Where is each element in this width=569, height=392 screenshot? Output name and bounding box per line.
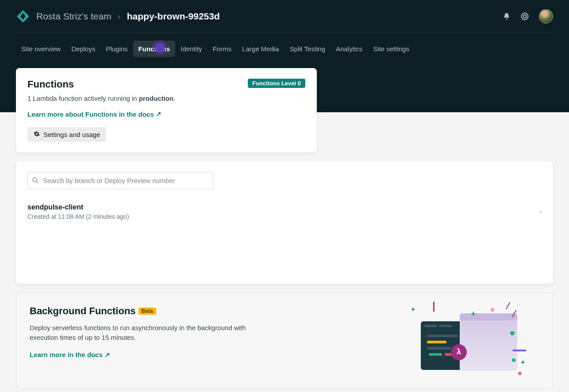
topbar-actions bbox=[503, 9, 553, 23]
notifications-icon[interactable] bbox=[503, 12, 511, 20]
svg-point-2 bbox=[33, 178, 37, 182]
chevron-right-icon: › bbox=[118, 11, 121, 22]
tab-large-media[interactable]: Large Media bbox=[237, 41, 284, 57]
promo-description: Deploy serverless functions to run async… bbox=[30, 323, 260, 343]
search-icon bbox=[32, 177, 39, 184]
support-icon[interactable] bbox=[520, 12, 529, 21]
promo-title: Background Functions bbox=[30, 305, 136, 317]
tab-split-testing[interactable]: Split Testing bbox=[284, 41, 331, 57]
link-label: Learn more in the docs bbox=[30, 351, 103, 358]
function-row[interactable]: sendpulse-client Created at 11:08 AM (2 … bbox=[27, 201, 542, 273]
functions-overview-card: Functions Functions Level 0 1 Lambda fun… bbox=[16, 68, 317, 152]
lambda-icon: λ bbox=[451, 344, 467, 360]
gear-icon bbox=[34, 131, 40, 138]
search-input[interactable] bbox=[27, 172, 213, 189]
cursor-indicator bbox=[155, 43, 165, 53]
function-name: sendpulse-client bbox=[27, 203, 129, 211]
tab-analytics[interactable]: Analytics bbox=[331, 41, 368, 57]
site-tabs: Site overviewDeploysPluginsFunctionsIden… bbox=[16, 33, 553, 57]
promo-docs-link[interactable]: Learn more in the docs ↗ bbox=[30, 351, 110, 359]
tab-site-overview[interactable]: Site overview bbox=[16, 41, 66, 57]
summary-suffix: . bbox=[173, 95, 175, 102]
search-wrap bbox=[27, 172, 213, 189]
svg-point-0 bbox=[522, 13, 528, 19]
functions-list-card: sendpulse-client Created at 11:08 AM (2 … bbox=[16, 161, 553, 284]
topbar: Rosta Striz's team › happy-brown-99253d bbox=[16, 0, 553, 33]
tab-site-settings[interactable]: Site settings bbox=[368, 41, 415, 57]
breadcrumb-site[interactable]: happy-brown-99253d bbox=[127, 11, 220, 22]
user-avatar[interactable] bbox=[539, 9, 553, 23]
summary-env: production bbox=[139, 95, 173, 102]
external-link-icon: ↗ bbox=[156, 110, 161, 118]
summary-prefix: 1 Lambda function actively running in bbox=[27, 95, 139, 102]
promo-illustration: + λ + + bbox=[415, 305, 539, 376]
function-meta: Created at 11:08 AM (2 minutes ago) bbox=[27, 213, 129, 220]
breadcrumb-team[interactable]: Rosta Striz's team bbox=[36, 11, 111, 22]
beta-badge: Beta bbox=[138, 308, 156, 315]
card-title: Functions bbox=[27, 79, 74, 90]
tab-identity[interactable]: Identity bbox=[175, 41, 207, 57]
svg-point-1 bbox=[523, 15, 527, 18]
button-label: Settings and usage bbox=[43, 131, 100, 138]
tab-deploys[interactable]: Deploys bbox=[66, 41, 100, 57]
functions-docs-link[interactable]: Learn more about Functions in the docs ↗ bbox=[27, 110, 161, 118]
netlify-logo-icon[interactable] bbox=[16, 9, 30, 23]
promo-title-row: Background Functions Beta bbox=[30, 305, 260, 317]
external-link-icon: ↗ bbox=[104, 351, 110, 359]
settings-usage-button[interactable]: Settings and usage bbox=[27, 127, 106, 142]
main-content: Functions Functions Level 0 1 Lambda fun… bbox=[0, 68, 569, 389]
chevron-right-icon: › bbox=[539, 208, 542, 216]
tab-forms[interactable]: Forms bbox=[208, 41, 237, 57]
functions-level-badge: Functions Level 0 bbox=[248, 79, 305, 88]
tab-functions[interactable]: Functions bbox=[133, 41, 176, 57]
tab-plugins[interactable]: Plugins bbox=[100, 41, 133, 57]
breadcrumb: Rosta Striz's team › happy-brown-99253d bbox=[16, 9, 220, 23]
functions-summary: 1 Lambda function actively running in pr… bbox=[27, 95, 305, 102]
svg-line-3 bbox=[36, 181, 38, 183]
link-label: Learn more about Functions in the docs bbox=[27, 110, 154, 118]
background-functions-promo: Background Functions Beta Deploy serverl… bbox=[16, 293, 553, 389]
